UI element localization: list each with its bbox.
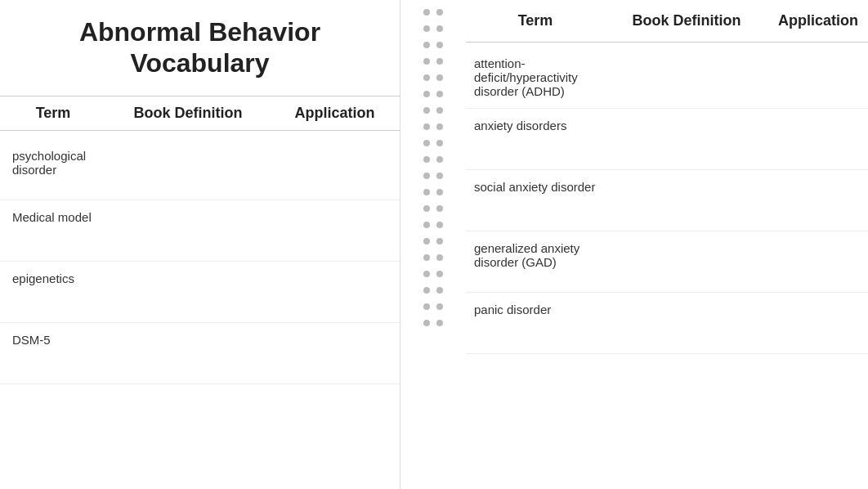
- app-cell: [768, 231, 868, 251]
- bookdef-cell: [106, 139, 270, 159]
- dot-row: [423, 25, 443, 32]
- dot: [423, 25, 430, 32]
- bookdef-cell: [605, 231, 768, 251]
- bookdef-cell: [605, 109, 768, 128]
- dot: [423, 320, 430, 326]
- app-cell: [270, 262, 400, 281]
- app-cell: [768, 47, 868, 66]
- bookdef-cell: [106, 262, 270, 281]
- term-cell: Medical model: [0, 200, 106, 234]
- bookdef-cell: [605, 170, 768, 190]
- app-cell: [270, 139, 400, 159]
- right-app-header: Application: [768, 12, 868, 29]
- term-cell: generalized anxiety disorder (GAD): [466, 231, 605, 279]
- right-bookdef-header: Book Definition: [605, 12, 768, 29]
- dot: [436, 42, 443, 48]
- dot: [423, 107, 430, 114]
- dot: [423, 287, 430, 294]
- bookdef-cell: [605, 293, 768, 312]
- dot: [423, 42, 430, 48]
- dot: [436, 91, 443, 97]
- dot-row: [423, 189, 443, 195]
- dot-row: [423, 173, 443, 179]
- right-panel: Term Book Definition Application attenti…: [466, 0, 868, 489]
- right-rows: attention-deficit/hyperactivity disorder…: [466, 43, 868, 354]
- dot: [423, 238, 430, 244]
- left-column-headers: Term Book Definition Application: [0, 96, 400, 131]
- dot: [436, 9, 443, 16]
- app-cell: [768, 293, 868, 312]
- table-row: psychological disorder: [0, 139, 400, 200]
- dot: [423, 91, 430, 97]
- dot-row: [423, 91, 443, 97]
- dot: [436, 205, 443, 212]
- left-bookdef-header: Book Definition: [106, 105, 270, 122]
- table-row: panic disorder: [466, 293, 868, 354]
- dot: [423, 303, 430, 310]
- dot: [423, 173, 430, 179]
- dot: [423, 140, 430, 146]
- dot: [423, 222, 430, 228]
- term-cell: attention-deficit/hyperactivity disorder…: [466, 47, 605, 108]
- dot: [436, 123, 443, 130]
- term-cell: psychological disorder: [0, 139, 106, 186]
- dot-row: [423, 254, 443, 261]
- dot: [436, 271, 443, 277]
- term-cell: DSM-5: [0, 323, 106, 357]
- term-cell: panic disorder: [466, 293, 605, 326]
- dot-row: [423, 156, 443, 163]
- bookdef-cell: [605, 47, 768, 66]
- dot: [423, 58, 430, 65]
- left-app-header: Application: [270, 105, 400, 122]
- dot: [436, 74, 443, 81]
- dot: [423, 254, 430, 261]
- dot: [423, 271, 430, 277]
- dot-row: [423, 140, 443, 146]
- bookdef-cell: [106, 200, 270, 220]
- table-row: social anxiety disorder: [466, 170, 868, 231]
- dot-row: [423, 205, 443, 212]
- dot: [423, 9, 430, 16]
- dot-row: [423, 58, 443, 65]
- dot: [436, 320, 443, 326]
- dot-row: [423, 9, 443, 16]
- left-term-header: Term: [0, 105, 106, 122]
- dot: [436, 107, 443, 114]
- right-term-header: Term: [466, 12, 605, 29]
- dot-row: [423, 303, 443, 310]
- dot-row: [423, 320, 443, 326]
- table-row: anxiety disorders: [466, 109, 868, 170]
- dot-row: [423, 74, 443, 81]
- left-rows: psychological disorder Medical model epi…: [0, 131, 400, 384]
- dot: [436, 287, 443, 294]
- dot-row: [423, 107, 443, 114]
- term-cell: anxiety disorders: [466, 109, 605, 142]
- dot: [436, 58, 443, 65]
- dot: [423, 156, 430, 163]
- table-row: attention-deficit/hyperactivity disorder…: [466, 47, 868, 109]
- dot: [436, 173, 443, 179]
- dot-row: [423, 123, 443, 130]
- app-title: Abnormal Behavior Vocabulary: [0, 0, 400, 96]
- divider-dots: [400, 0, 466, 489]
- dot: [423, 74, 430, 81]
- dot-row: [423, 222, 443, 228]
- left-panel: Abnormal Behavior Vocabulary Term Book D…: [0, 0, 400, 489]
- term-cell: epigenetics: [0, 262, 106, 295]
- dot: [436, 25, 443, 32]
- dot: [436, 222, 443, 228]
- dot: [436, 140, 443, 146]
- term-cell: social anxiety disorder: [466, 170, 605, 204]
- dot: [423, 123, 430, 130]
- dot: [423, 205, 430, 212]
- table-row: epigenetics: [0, 262, 400, 323]
- table-row: generalized anxiety disorder (GAD): [466, 231, 868, 293]
- dot: [436, 156, 443, 163]
- dot: [423, 189, 430, 195]
- app-cell: [270, 323, 400, 343]
- dot-row: [423, 42, 443, 48]
- app-cell: [270, 200, 400, 220]
- right-column-headers: Term Book Definition Application: [466, 0, 868, 43]
- dot: [436, 189, 443, 195]
- dot-row: [423, 287, 443, 294]
